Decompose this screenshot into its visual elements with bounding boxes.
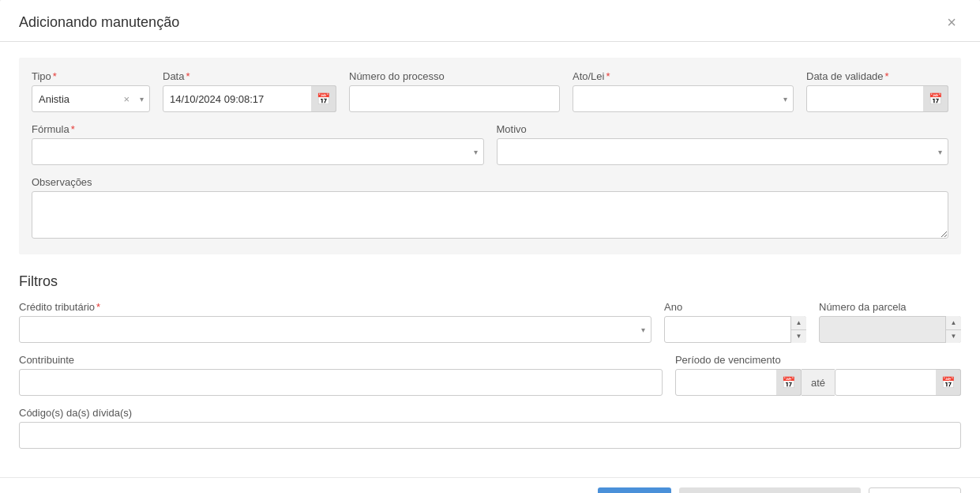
ate-label: até	[802, 369, 835, 396]
salvar-adicionar-button[interactable]: SALVAR E ADICIONAR NOVO	[679, 487, 860, 493]
filtros-section: Filtros Crédito tributário* ▾	[19, 273, 961, 449]
numero-parcela-spinner-up[interactable]: ▲	[946, 316, 961, 330]
modal: Adicionando manutenção × Tipo* Anistia ×	[0, 0, 980, 493]
ano-input[interactable]	[664, 316, 806, 343]
periodo-vencimento-label: Período de vencimento	[675, 354, 961, 366]
codigos-divida-label: Código(s) da(s) dívida(s)	[19, 407, 961, 419]
credito-tributario-select[interactable]	[19, 316, 651, 343]
filtros-row-2: Contribuinte Período de vencimento 📅 até	[19, 354, 961, 396]
numero-parcela-label: Número da parcela	[819, 301, 961, 313]
periodo-inicio-calendar-icon: 📅	[782, 376, 795, 389]
salvar-button[interactable]: SALVAR	[598, 487, 671, 493]
ato-lei-select[interactable]	[573, 85, 794, 112]
credito-tributario-group: Crédito tributário* ▾	[19, 301, 651, 343]
main-form-section: Tipo* Anistia × ▾ Data*	[19, 58, 961, 254]
data-validade-label: Data de validade*	[806, 70, 948, 82]
modal-body: Tipo* Anistia × ▾ Data*	[0, 42, 980, 477]
formula-label: Fórmula*	[32, 123, 484, 135]
data-label: Data*	[163, 70, 336, 82]
motivo-group: Motivo ▾	[497, 123, 949, 165]
ano-group: Ano ▲ ▼	[664, 301, 806, 343]
data-validade-group: Data de validade* 📅	[806, 70, 948, 112]
ato-lei-label: Ato/Lei*	[573, 70, 794, 82]
modal-footer: SALVAR SALVAR E ADICIONAR NOVO CANCELAR	[0, 477, 980, 493]
numero-parcela-spinner: ▲ ▼	[945, 316, 961, 343]
modal-title: Adicionando manutenção	[19, 14, 179, 31]
filtros-title: Filtros	[19, 273, 961, 290]
periodo-fim-calendar-icon: 📅	[941, 376, 955, 389]
motivo-label: Motivo	[497, 123, 949, 135]
formula-group: Fórmula* ▾	[32, 123, 484, 165]
ato-lei-group: Ato/Lei* ▾	[573, 70, 794, 112]
numero-processo-group: Número do processo	[349, 70, 560, 112]
tipo-clear-button[interactable]: ×	[122, 93, 131, 105]
calendar-icon: 📅	[317, 92, 330, 105]
tipo-group: Tipo* Anistia × ▾	[32, 70, 150, 112]
codigos-divida-group: Código(s) da(s) dívida(s)	[19, 407, 961, 449]
motivo-select[interactable]	[497, 138, 949, 165]
data-calendar-button[interactable]: 📅	[311, 85, 336, 112]
ano-spinner-up[interactable]: ▲	[791, 316, 806, 330]
contribuinte-input[interactable]	[19, 369, 663, 396]
filtros-row-1: Crédito tributário* ▾ Ano	[19, 301, 961, 343]
numero-parcela-spinner-down[interactable]: ▼	[946, 330, 961, 344]
credito-tributario-label: Crédito tributário*	[19, 301, 651, 313]
data-input[interactable]	[163, 85, 336, 112]
ano-label: Ano	[664, 301, 806, 313]
periodo-inicio-calendar-button[interactable]: 📅	[776, 369, 802, 396]
numero-processo-input[interactable]	[349, 85, 560, 112]
numero-parcela-group: Número da parcela ▲ ▼	[819, 301, 961, 343]
numero-processo-label: Número do processo	[349, 70, 560, 82]
observacoes-group: Observações	[32, 176, 948, 239]
numero-parcela-input[interactable]	[819, 316, 961, 343]
contribuinte-label: Contribuinte	[19, 354, 663, 366]
data-validade-calendar-icon: 📅	[929, 92, 942, 105]
tipo-label: Tipo*	[32, 70, 150, 82]
contribuinte-group: Contribuinte	[19, 354, 663, 396]
periodo-fim-calendar-button[interactable]: 📅	[936, 369, 961, 396]
close-button[interactable]: ×	[942, 13, 961, 32]
observacoes-textarea[interactable]	[32, 191, 948, 239]
formula-select[interactable]	[32, 138, 484, 165]
tipo-select[interactable]: Anistia	[32, 85, 150, 112]
data-validade-calendar-button[interactable]: 📅	[923, 85, 948, 112]
periodo-vencimento-group: Período de vencimento 📅 até 📅	[675, 354, 961, 396]
cancelar-button[interactable]: CANCELAR	[869, 487, 961, 493]
codigos-divida-input[interactable]	[19, 422, 961, 449]
data-group: Data* 📅	[163, 70, 336, 112]
form-row-2: Fórmula* ▾ Motivo	[32, 123, 948, 165]
ano-spinner: ▲ ▼	[790, 316, 806, 343]
ano-spinner-down[interactable]: ▼	[791, 330, 806, 344]
observacoes-label: Observações	[32, 176, 948, 188]
form-row-1: Tipo* Anistia × ▾ Data*	[32, 70, 948, 112]
modal-header: Adicionando manutenção ×	[0, 0, 980, 42]
